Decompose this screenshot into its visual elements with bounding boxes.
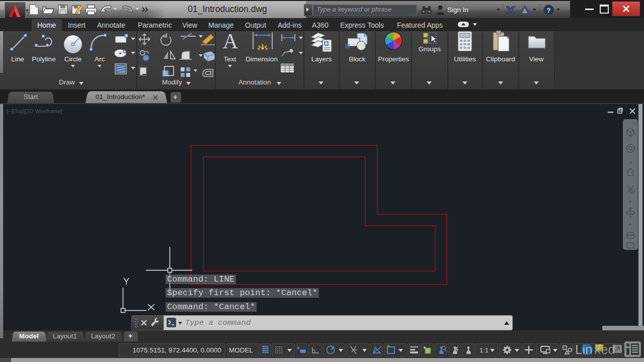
svg-text:Lin: Lin	[575, 342, 593, 357]
svg-text:ked: ked	[594, 342, 615, 357]
svg-text:?: ?	[547, 7, 551, 14]
svg-text:1:1: 1:1	[479, 346, 489, 354]
